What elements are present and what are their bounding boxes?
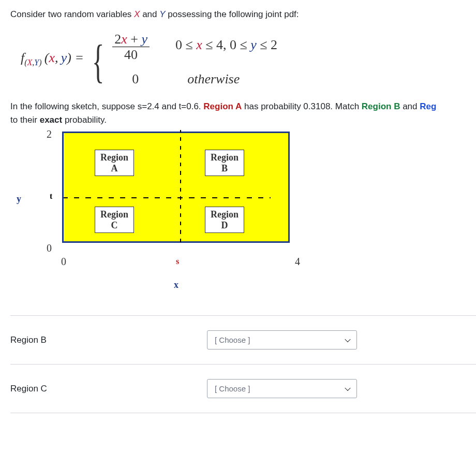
- t-label: t: [50, 192, 52, 201]
- x-axis-label: x: [174, 280, 178, 290]
- region-b-select[interactable]: [ Choose ]: [207, 330, 357, 350]
- case1-condition: 0 ≤ x ≤ 4, 0 ≤ y ≤ 2: [175, 37, 277, 53]
- y-axis-label: y: [17, 194, 21, 205]
- left-brace: {: [92, 46, 105, 77]
- region-b-inline: Region B: [362, 101, 400, 111]
- question-intro: Consider two random variables X and Y po…: [10, 8, 476, 21]
- select-wrap-c: [ Choose ]: [207, 379, 357, 398]
- region-c-inline: Reg: [420, 101, 436, 111]
- fraction: 2x + y 40: [112, 32, 150, 62]
- piecewise-cases: 2x + y 40 0 ≤ x ≤ 4, 0 ≤ y ≤ 2 0 otherwi…: [112, 31, 277, 88]
- intro-prefix: Consider two random variables: [10, 9, 134, 19]
- match-label-c: Region C: [10, 384, 207, 394]
- region-d-box: RegionD: [205, 207, 244, 233]
- s-label: s: [176, 257, 179, 266]
- case-row-1: 2x + y 40 0 ≤ x ≤ 4, 0 ≤ y ≤ 2: [112, 31, 277, 61]
- zero-value: 0: [132, 71, 139, 87]
- match-row-region-b: Region B [ Choose ]: [10, 316, 476, 365]
- plot-area: RegionA RegionB RegionC RegionD: [62, 132, 290, 243]
- horizontal-dashed-line: [64, 197, 271, 198]
- vertical-dashed-line: [180, 130, 181, 245]
- joint-pdf-formula: f(X,Y) (x, y) = { 2x + y 40 0 ≤ x ≤ 4, 0…: [21, 31, 476, 88]
- question-body: In the following sketch, suppose s=2.4 a…: [10, 100, 476, 126]
- var-x-token: X: [134, 9, 140, 19]
- region-a-inline: Region A: [203, 101, 242, 111]
- var-y-token: Y: [159, 9, 165, 19]
- y-tick-2: 2: [47, 128, 52, 140]
- and-token: and: [140, 9, 159, 19]
- match-row-region-c: Region C [ Choose ]: [10, 365, 476, 413]
- y-tick-0: 0: [47, 242, 52, 254]
- match-label-b: Region B: [10, 335, 207, 345]
- region-sketch: y 2 t 0 0 s 4 x RegionA RegionB RegionC …: [16, 132, 305, 292]
- select-wrap-b: [ Choose ]: [207, 330, 357, 350]
- x-tick-0: 0: [61, 256, 66, 268]
- region-c-select[interactable]: [ Choose ]: [207, 379, 357, 398]
- region-c-box: RegionC: [95, 207, 134, 233]
- region-b-box: RegionB: [205, 150, 244, 176]
- intro-suffix: possessing the following joint pdf:: [166, 9, 299, 19]
- formula-lhs: f(X,Y) (x, y) =: [21, 50, 84, 67]
- case-row-2: 0 otherwise: [112, 71, 277, 87]
- brace-container: { 2x + y 40 0 ≤ x ≤ 4, 0 ≤ y ≤ 2 0 other…: [87, 31, 277, 88]
- otherwise-label: otherwise: [187, 71, 240, 87]
- x-tick-4: 4: [295, 256, 300, 268]
- region-a-box: RegionA: [95, 150, 134, 176]
